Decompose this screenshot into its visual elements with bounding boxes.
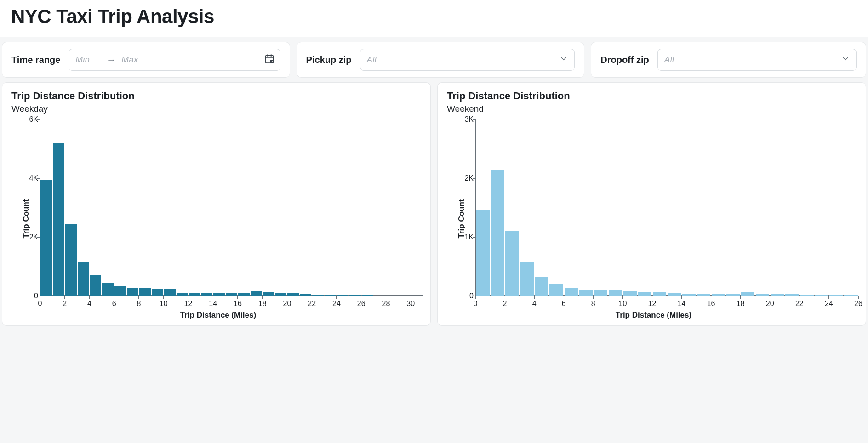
x-tick-label: 0 xyxy=(38,300,42,308)
bar[interactable] xyxy=(520,262,533,296)
x-axis-title: Trip Distance (Miles) xyxy=(11,311,425,320)
pickup-zip-value: All xyxy=(367,55,377,65)
charts-row: Trip Distance Distribution Weekday Trip … xyxy=(0,82,868,326)
bar[interactable] xyxy=(653,292,666,296)
bar[interactable] xyxy=(226,293,237,296)
x-tick-label: 22 xyxy=(795,300,804,308)
bar[interactable] xyxy=(741,292,754,296)
x-tick-label: 16 xyxy=(234,300,242,308)
page-header: NYC Taxi Trip Analysis xyxy=(0,0,868,37)
bar[interactable] xyxy=(337,295,348,296)
y-tick-label: 3K xyxy=(460,115,474,124)
arrow-right-icon: → xyxy=(107,55,116,65)
bar[interactable] xyxy=(263,292,274,296)
bar[interactable] xyxy=(491,170,504,296)
bar[interactable] xyxy=(325,295,336,296)
bar[interactable] xyxy=(844,295,857,296)
y-tick-label: 6K xyxy=(24,115,38,124)
chevron-down-icon xyxy=(560,55,568,65)
x-tick-label: 20 xyxy=(283,300,291,308)
bar[interactable] xyxy=(114,286,126,296)
bar[interactable] xyxy=(164,289,176,296)
dropoff-zip-select[interactable]: All xyxy=(657,49,857,71)
x-tick-label: 28 xyxy=(382,300,390,308)
bar[interactable] xyxy=(682,294,696,296)
x-tick-label: 8 xyxy=(591,300,595,308)
bar[interactable] xyxy=(287,293,299,296)
bar[interactable] xyxy=(609,290,622,296)
bar[interactable] xyxy=(152,289,163,296)
bar[interactable] xyxy=(238,293,250,296)
bar[interactable] xyxy=(594,290,607,296)
y-tick-label: 1K xyxy=(460,233,474,241)
bar[interactable] xyxy=(505,231,519,296)
bar[interactable] xyxy=(638,292,651,296)
bar[interactable] xyxy=(102,283,114,296)
bar[interactable] xyxy=(349,295,361,296)
bar[interactable] xyxy=(312,295,324,296)
bar[interactable] xyxy=(785,294,799,296)
chart-weekday[interactable]: Trip Count 02K4K6K 024681012141618202224… xyxy=(11,118,425,320)
bar[interactable] xyxy=(623,291,637,296)
bar[interactable] xyxy=(549,284,563,296)
x-tick-label: 4 xyxy=(87,300,91,308)
bar[interactable] xyxy=(815,295,828,296)
x-tick-label: 14 xyxy=(209,300,217,308)
bar[interactable] xyxy=(579,290,593,296)
bar[interactable] xyxy=(756,294,769,296)
bar[interactable] xyxy=(771,294,784,296)
filters-row: Time range → Pickup zip All xyxy=(0,37,868,82)
x-tick-label: 10 xyxy=(160,300,168,308)
bar[interactable] xyxy=(40,180,52,296)
bar[interactable] xyxy=(697,294,710,296)
chart-weekend[interactable]: Trip Count 01K2K3K 024681012141618202224… xyxy=(447,118,860,320)
dropoff-zip-value: All xyxy=(664,55,674,65)
filter-label-time-range: Time range xyxy=(11,55,60,65)
y-tick-label: 2K xyxy=(24,233,38,241)
x-tick-label: 30 xyxy=(406,300,415,308)
y-ticks: 01K2K3K xyxy=(460,119,475,296)
time-range-max-input[interactable] xyxy=(120,54,148,65)
bar[interactable] xyxy=(275,293,287,296)
chart-card-weekday: Trip Distance Distribution Weekday Trip … xyxy=(2,82,431,326)
x-ticks: 024681012141618202224262830 xyxy=(40,298,423,308)
bar[interactable] xyxy=(712,294,725,296)
bar[interactable] xyxy=(829,295,843,296)
x-tick-label: 2 xyxy=(503,300,507,308)
calendar-icon[interactable] xyxy=(264,54,274,66)
bar[interactable] xyxy=(177,293,188,296)
time-range-input-group[interactable]: → xyxy=(69,49,280,71)
bar[interactable] xyxy=(800,295,813,296)
bar[interactable] xyxy=(251,291,262,296)
x-tick-label: 26 xyxy=(854,300,862,308)
bar[interactable] xyxy=(565,288,578,296)
bar[interactable] xyxy=(189,293,200,296)
bar[interactable] xyxy=(127,288,138,296)
bar[interactable] xyxy=(201,293,212,296)
bars-container xyxy=(40,119,423,296)
bar[interactable] xyxy=(53,143,64,296)
x-tick-label: 24 xyxy=(825,300,833,308)
bar[interactable] xyxy=(668,293,681,296)
bar[interactable] xyxy=(726,294,740,296)
x-tick-label: 6 xyxy=(562,300,566,308)
bar[interactable] xyxy=(535,277,548,296)
bar[interactable] xyxy=(90,275,102,296)
bar[interactable] xyxy=(78,262,89,296)
bar[interactable] xyxy=(362,295,373,296)
pickup-zip-select[interactable]: All xyxy=(360,49,575,71)
y-tick-label: 0 xyxy=(24,292,38,300)
plot-area xyxy=(475,119,858,296)
y-tick-label: 4K xyxy=(24,174,38,182)
y-tick-label: 2K xyxy=(460,174,474,182)
bar[interactable] xyxy=(139,288,151,296)
bar[interactable] xyxy=(476,210,489,296)
y-tick-label: 0 xyxy=(460,292,474,300)
time-range-min-input[interactable] xyxy=(74,54,102,65)
x-tick-label: 22 xyxy=(308,300,316,308)
x-tick-label: 26 xyxy=(357,300,365,308)
x-tick-label: 6 xyxy=(112,300,116,308)
bar[interactable] xyxy=(65,224,77,296)
bar[interactable] xyxy=(213,293,225,296)
bar[interactable] xyxy=(300,294,311,296)
